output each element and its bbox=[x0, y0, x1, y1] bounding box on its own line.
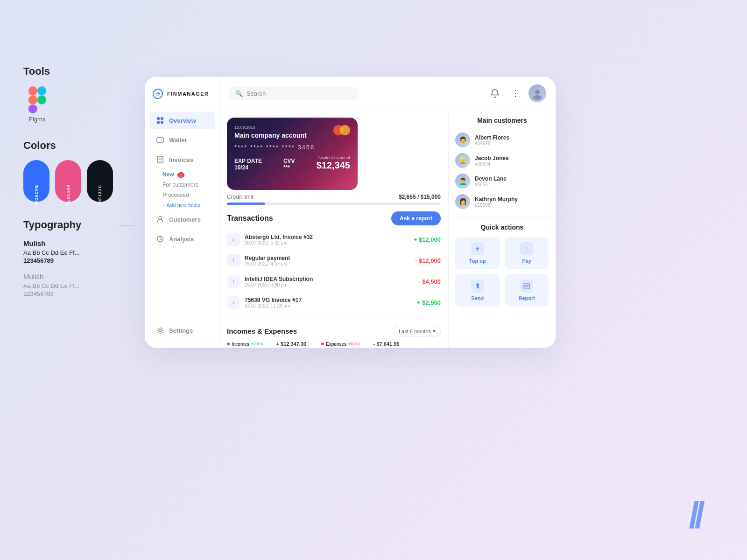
left-panel: Tools Figma Colors #336CFE #EB5189 #0F13… bbox=[23, 65, 135, 297]
svg-rect-0 bbox=[28, 86, 37, 95]
new-badge: 1 bbox=[177, 172, 184, 178]
app-window: FINMANAGER Overview Wallet Invoices New … bbox=[145, 77, 556, 348]
incomes-expenses-section: Incomes & Expenses Last 6 months ▾ Incom… bbox=[227, 320, 441, 348]
add-folder-btn[interactable]: + Add new folder bbox=[159, 200, 219, 210]
processed-label: Processed bbox=[162, 192, 189, 198]
card-bottom: EXP DATE 10/24 CVV *** Available amount … bbox=[234, 155, 350, 171]
expenses-amount: - $7,641.95 bbox=[374, 341, 400, 347]
transactions-section: Transactions Ask a report ↓ Abstergo Ltd… bbox=[227, 211, 441, 313]
customer-avatar-1: 👱 bbox=[455, 153, 470, 168]
tx-icon-2: ↑ bbox=[227, 275, 240, 288]
card-exp-label: EXP DATE bbox=[234, 158, 262, 164]
transactions-header: Transactions Ask a report bbox=[227, 211, 441, 225]
customer-name-2: Devon Lane bbox=[475, 175, 549, 182]
available-label: Available amount bbox=[317, 155, 350, 160]
customer-item-0: 👨 Albert Flores #54678 bbox=[455, 130, 549, 150]
svg-rect-7 bbox=[161, 117, 163, 120]
last-6-months-button[interactable]: Last 6 months ▾ bbox=[394, 326, 441, 336]
sidebar: FINMANAGER Overview Wallet Invoices New … bbox=[145, 77, 219, 348]
tx-info-2: IntelliJ IDEA Subscription 15.07.2022, 3… bbox=[245, 276, 414, 287]
credit-limit-bar bbox=[227, 203, 441, 205]
colors-title: Colors bbox=[23, 140, 135, 152]
typo-light-sample: Aa Bb Cc Dd Ee Ff... bbox=[23, 282, 135, 289]
ie-header: Incomes & Expenses Last 6 months ▾ bbox=[227, 326, 441, 336]
tx-icon-3: ↓ bbox=[227, 296, 240, 309]
typo-bold-nums: 123456789 bbox=[23, 257, 135, 264]
overview-label: Overview bbox=[169, 117, 196, 124]
color-swatch-blue: #336CFE bbox=[23, 160, 49, 202]
logo-text: FINMANAGER bbox=[167, 91, 209, 97]
search-box[interactable]: 🔍 bbox=[229, 87, 359, 100]
credit-limit-row: Credit limit $2,655 / $15,000 bbox=[227, 194, 441, 200]
colors-section: Colors #336CFE #EB5189 #0F131C bbox=[23, 140, 135, 202]
sub-item-for-customers[interactable]: For customers bbox=[159, 180, 219, 190]
color-swatch-pink: #EB5189 bbox=[55, 160, 81, 202]
invoices-icon bbox=[156, 155, 164, 164]
credit-limit-label: Credit limit bbox=[227, 194, 254, 200]
sidebar-item-wallet[interactable]: Wallet bbox=[148, 131, 215, 149]
svg-rect-1 bbox=[37, 86, 46, 95]
wallet-label: Wallet bbox=[169, 137, 187, 144]
search-input[interactable] bbox=[247, 90, 352, 97]
tx-date-2: 15.07.2022, 3:00 pm bbox=[245, 282, 414, 287]
report-button[interactable]: Report bbox=[505, 274, 550, 307]
tx-name-1: Regular payment bbox=[245, 255, 410, 261]
top-up-button[interactable]: + Top up bbox=[455, 237, 500, 269]
sidebar-item-customers[interactable]: Customers bbox=[148, 210, 215, 228]
incomes-change: +2.8% bbox=[251, 342, 263, 346]
customer-name-1: Jacob Jones bbox=[475, 155, 549, 161]
analysis-icon bbox=[156, 235, 164, 243]
customer-item-2: 👨‍🦱 Devon Lane #86551 bbox=[455, 171, 549, 191]
customer-avatar-2: 👨‍🦱 bbox=[455, 174, 470, 189]
sub-item-new[interactable]: New 1 bbox=[159, 169, 219, 180]
svg-rect-3 bbox=[37, 95, 46, 104]
user-avatar[interactable] bbox=[529, 84, 546, 102]
pay-button[interactable]: ↑ Pay bbox=[505, 237, 550, 269]
card-mastercard-logo bbox=[333, 125, 350, 135]
svg-rect-2 bbox=[28, 95, 37, 104]
customers-title: Main customers bbox=[455, 117, 549, 124]
top-up-icon: + bbox=[471, 242, 484, 255]
card-issue-date: 13.09.2016 bbox=[234, 125, 350, 130]
invoices-label: Invoices bbox=[169, 156, 193, 163]
main-content: 🔍 ⋮ 13.09.2016 Main company ac bbox=[219, 77, 556, 348]
typo-light-nums: 123456789 bbox=[23, 290, 135, 297]
sidebar-item-invoices[interactable]: Invoices bbox=[148, 151, 215, 168]
sidebar-item-overview[interactable]: Overview bbox=[148, 112, 215, 129]
tools-title: Tools bbox=[23, 65, 135, 77]
sub-new-label: New bbox=[162, 171, 174, 178]
transaction-item: ↑ IntelliJ IDEA Subscription 15.07.2022,… bbox=[227, 271, 441, 292]
incomes-dot bbox=[227, 343, 230, 345]
more-options-button[interactable]: ⋮ bbox=[508, 86, 523, 101]
tx-icon-1: ↑ bbox=[227, 254, 240, 267]
send-button[interactable]: ⬆ Send bbox=[455, 274, 500, 307]
typo-bold-sample: Aa Bb Cc Dd Ee Ff... bbox=[23, 249, 135, 256]
tx-amount-2: - $4,500 bbox=[418, 278, 441, 285]
content-right: Main customers 👨 Albert Flores #54678 👱 … bbox=[448, 110, 556, 348]
sub-item-processed[interactable]: Processed bbox=[159, 190, 219, 200]
expenses-legend-label: Expenses bbox=[326, 342, 346, 347]
sidebar-item-analysis[interactable]: Analysis bbox=[148, 230, 215, 248]
wallet-icon bbox=[156, 136, 164, 144]
content-area: 13.09.2016 Main company account **** ***… bbox=[219, 110, 556, 348]
tx-date-0: 16.07.2022, 5:32 pm bbox=[245, 240, 409, 245]
sidebar-item-settings[interactable]: Settings bbox=[148, 322, 215, 339]
notification-bell[interactable] bbox=[487, 86, 502, 101]
svg-rect-8 bbox=[157, 121, 160, 124]
expenses-value-display: - $7,641.95 bbox=[374, 341, 400, 347]
color-label-blue: #336CFE bbox=[34, 184, 39, 205]
customer-id-2: #86551 bbox=[475, 182, 549, 187]
customer-id-0: #54678 bbox=[475, 141, 549, 146]
sidebar-logo: FINMANAGER bbox=[145, 88, 219, 111]
settings-icon bbox=[156, 326, 164, 335]
ask-report-button[interactable]: Ask a report bbox=[391, 211, 441, 225]
top-up-label: Top up bbox=[469, 258, 486, 264]
mc-circle-right bbox=[340, 125, 350, 135]
transaction-item: ↑ Regular payment 15.07.2022, 4:17 pm - … bbox=[227, 250, 441, 271]
incomes-amount: + $12,347.30 bbox=[276, 341, 307, 347]
incomes-legend: Incomes +2.8% bbox=[227, 341, 263, 347]
card-cvv: CVV *** bbox=[283, 158, 295, 171]
tx-info-1: Regular payment 15.07.2022, 4:17 pm bbox=[245, 255, 410, 266]
chevron-down-icon: ▾ bbox=[433, 328, 436, 334]
topbar: 🔍 ⋮ bbox=[219, 77, 556, 110]
